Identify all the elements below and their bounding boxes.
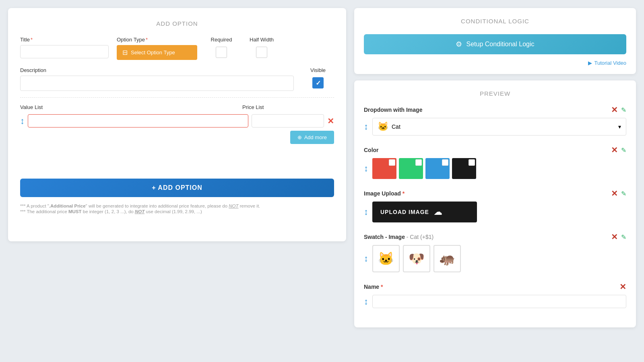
- title-group: Title*: [20, 37, 109, 58]
- color-sort-handle[interactable]: ↕: [364, 164, 368, 173]
- name-delete-button[interactable]: ✕: [619, 282, 626, 292]
- dropdown-preview-field[interactable]: 🐱 Cat ▾: [372, 118, 626, 136]
- cloud-icon: ☁: [434, 207, 442, 217]
- color-swatch-green[interactable]: [399, 158, 423, 179]
- swatch-cat-image[interactable]: 🐱: [372, 245, 400, 272]
- option-type-required-star: *: [146, 37, 148, 43]
- add-option-panel: ADD OPTION Title* Option Type* ⊟ Select …: [8, 8, 346, 241]
- gear-icon: ⚙: [456, 40, 462, 49]
- color-swatch-black[interactable]: [452, 158, 476, 179]
- price-input-1[interactable]: [252, 114, 324, 128]
- color-delete-button[interactable]: ✕: [611, 145, 618, 155]
- value-input-1[interactable]: [28, 114, 248, 128]
- upload-image-button[interactable]: UPLOAD IMAGE ☁: [372, 202, 477, 222]
- option-type-group: Option Type* ⊟ Select Option Type: [117, 37, 197, 60]
- play-circle-icon: ▶: [588, 60, 592, 66]
- value-row-1: ↕ ✕: [20, 114, 334, 128]
- tutorial-video-link[interactable]: ▶ Tutorial Video: [588, 60, 627, 66]
- color-label: Color: [364, 147, 379, 153]
- half-width-group: Half Width: [246, 37, 278, 58]
- swatch-hippo-image[interactable]: 🦛: [433, 245, 461, 272]
- footnotes: *** A product ".Additional Price" will b…: [20, 204, 334, 214]
- preview-item-swatch: Swatch - Image - Cat (+$1) ✕ ✎ ↕ 🐱 🐶 🦛: [364, 232, 626, 272]
- description-group: Description: [20, 67, 294, 91]
- dropdown-label: Dropdown with Image: [364, 107, 422, 113]
- swatch-sort-handle[interactable]: ↕: [364, 254, 368, 263]
- add-option-button[interactable]: + ADD OPTION: [20, 179, 334, 197]
- conditional-logic-title: CONDITIONAL LOGIC: [364, 18, 626, 25]
- half-width-label: Half Width: [250, 37, 274, 43]
- right-panel: CONDITIONAL LOGIC ⚙ Setup Conditional Lo…: [354, 8, 636, 327]
- half-width-checkbox[interactable]: [256, 47, 267, 58]
- title-label: Title*: [20, 37, 109, 43]
- preview-title: PREVIEW: [364, 90, 626, 97]
- dropdown-value: 🐱 Cat: [378, 121, 400, 132]
- chevron-down-icon: ▾: [618, 123, 621, 130]
- option-type-label: Option Type*: [117, 37, 197, 43]
- description-label: Description: [20, 67, 294, 73]
- dropdown-delete-button[interactable]: ✕: [611, 105, 618, 115]
- name-label: Name *: [364, 284, 383, 290]
- add-more-button[interactable]: ⊕ Add more: [290, 131, 334, 144]
- description-input[interactable]: [20, 76, 294, 91]
- title-input[interactable]: [20, 45, 109, 58]
- visible-checkbox[interactable]: [312, 77, 324, 88]
- footnote-2: *** The additional price MUST be integer…: [20, 209, 334, 214]
- footnote-1: *** A product ".Additional Price" will b…: [20, 204, 334, 208]
- required-group: Required: [205, 37, 237, 58]
- required-label: Required: [211, 37, 232, 43]
- delete-row-button-1[interactable]: ✕: [327, 117, 334, 125]
- price-list-label: Price List: [242, 104, 323, 110]
- left-panel-title: ADD OPTION: [20, 20, 334, 27]
- plus-circle-icon: ⊕: [297, 134, 302, 140]
- title-required-star: *: [31, 37, 33, 43]
- visible-label: Visible: [310, 67, 326, 73]
- color-swatch-red[interactable]: [372, 158, 396, 179]
- name-sort-handle[interactable]: ↕: [364, 297, 368, 306]
- preview-item-upload: Image Upload * ✕ ✎ ↕ UPLOAD IMAGE ☁: [364, 189, 626, 222]
- setup-conditional-logic-button[interactable]: ⚙ Setup Conditional Logic: [364, 34, 626, 54]
- swatch-label: Swatch - Image - Cat (+$1): [364, 234, 433, 240]
- required-checkbox[interactable]: [216, 47, 227, 58]
- upload-delete-button[interactable]: ✕: [611, 189, 618, 198]
- value-price-header: Value List Price List: [20, 104, 334, 110]
- conditional-logic-panel: CONDITIONAL LOGIC ⚙ Setup Conditional Lo…: [354, 8, 636, 74]
- name-preview-input[interactable]: [372, 295, 626, 308]
- color-swatches: [372, 158, 476, 179]
- cat-emoji-icon: 🐱: [378, 121, 388, 132]
- select-option-type-button[interactable]: ⊟ Select Option Type: [117, 45, 197, 60]
- swatch-edit-button[interactable]: ✎: [621, 233, 626, 241]
- upload-sort-handle[interactable]: ↕: [364, 208, 368, 216]
- color-edit-button[interactable]: ✎: [621, 146, 626, 154]
- preview-panel: PREVIEW Dropdown with Image ✕ ✎ ↕ 🐱 Cat …: [354, 80, 636, 327]
- dropdown-sort-handle[interactable]: ↕: [364, 122, 368, 131]
- sort-handle-1[interactable]: ↕: [20, 117, 25, 125]
- value-list-label: Value List: [20, 104, 242, 110]
- preview-item-name: Name * ✕ ↕: [364, 282, 626, 308]
- swatch-delete-button[interactable]: ✕: [611, 232, 618, 242]
- swatch-images: 🐱 🐶 🦛: [372, 245, 461, 272]
- color-swatch-blue[interactable]: [425, 158, 450, 179]
- preview-item-dropdown: Dropdown with Image ✕ ✎ ↕ 🐱 Cat ▾: [364, 105, 626, 136]
- swatch-dog-image[interactable]: 🐶: [403, 245, 430, 272]
- visible-group: Visible: [302, 67, 334, 88]
- dropdown-edit-button[interactable]: ✎: [621, 106, 626, 114]
- upload-label: Image Upload *: [364, 190, 405, 197]
- upload-edit-button[interactable]: ✎: [621, 190, 626, 197]
- value-price-section: Value List Price List ↕ ✕ ⊕ Add more: [20, 97, 334, 152]
- option-type-icon: ⊟: [122, 49, 128, 56]
- preview-item-color: Color ✕ ✎ ↕: [364, 145, 626, 179]
- form-row-1: Title* Option Type* ⊟ Select Option Type…: [20, 37, 334, 60]
- description-row: Description Visible: [20, 67, 334, 91]
